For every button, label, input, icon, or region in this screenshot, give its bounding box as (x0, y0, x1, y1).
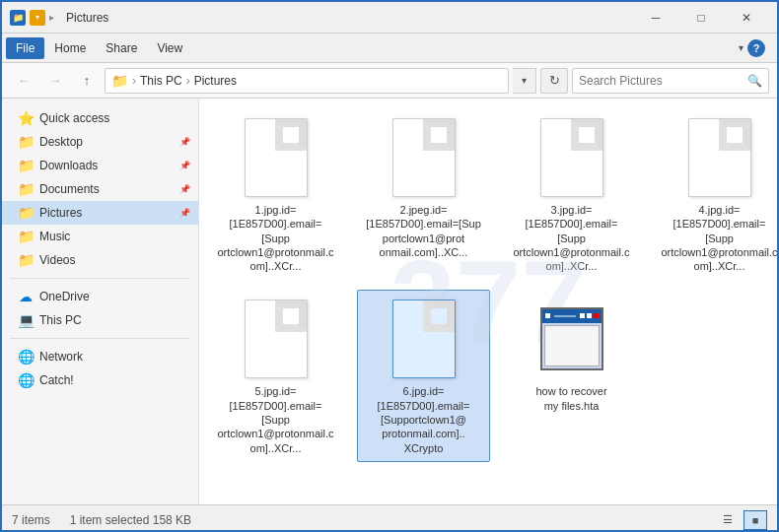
menu-home[interactable]: Home (44, 37, 96, 59)
file-label-5: 5.jpg.id=[1E857D00].email=[Supp ortclown… (216, 384, 335, 454)
sidebar: ⭐ Quick access 📁 Desktop 📌 📁 Downloads 📌… (2, 99, 199, 504)
back-button[interactable]: ← (10, 68, 37, 94)
file-icon-5 (237, 297, 316, 380)
file-page-6 (392, 299, 456, 378)
sidebar-quick-access: ⭐ Quick access (2, 106, 198, 130)
file-page-5 (245, 299, 308, 378)
file-page-1 (245, 118, 308, 197)
view-controls: ☰ ■ (716, 510, 767, 530)
selected-info: 1 item selected 158 KB (70, 513, 191, 527)
file-icon-2 (385, 115, 463, 199)
quick-access-icon: ▾ (30, 10, 45, 26)
item-count: 7 items (12, 513, 50, 527)
path-pictures[interactable]: Pictures (194, 74, 237, 88)
sidebar-item-catch[interactable]: 🌐 Catch! (2, 368, 198, 392)
sidebar-item-videos[interactable]: 📁 Videos (2, 248, 198, 272)
sidebar-documents-label: Documents (39, 182, 100, 196)
menu-bar: File Home Share View ▾ ? (2, 33, 777, 63)
network-icon: 🌐 (18, 349, 34, 365)
address-dropdown[interactable]: ▾ (513, 68, 536, 94)
file-page-2 (392, 118, 456, 197)
sidebar-music-label: Music (39, 230, 70, 243)
sidebar-item-pictures[interactable]: 📁 Pictures 📌 (2, 201, 198, 225)
sidebar-divider-2 (10, 338, 190, 339)
sidebar-item-desktop[interactable]: 📁 Desktop 📌 (2, 130, 198, 154)
menu-share[interactable]: Share (96, 37, 147, 59)
file-item-2[interactable]: 2.jpeg.id=[1E857D00].email=[Sup portclow… (357, 108, 490, 280)
up-button[interactable]: ↑ (73, 68, 101, 94)
pin-icon-pictures: 📌 (179, 208, 190, 218)
sidebar-item-documents[interactable]: 📁 Documents 📌 (2, 177, 198, 201)
file-item-7[interactable]: how to recovermy files.hta (505, 290, 638, 461)
pin-icon-downloads: 📌 (179, 161, 190, 170)
sidebar-videos-label: Videos (39, 253, 75, 267)
file-label-1: 1.jpg.id=[1E857D00].email=[Supp ortclown… (216, 203, 335, 273)
catch-icon: 🌐 (18, 372, 34, 388)
file-area: 277 1.jpg.id=[1E857D00].email=[Supp ortc… (199, 99, 777, 504)
sidebar-item-downloads[interactable]: 📁 Downloads 📌 (2, 154, 198, 177)
minimize-button[interactable]: ─ (633, 2, 678, 33)
menu-help[interactable]: ? (747, 39, 765, 57)
large-icon-view-button[interactable]: ■ (744, 510, 767, 530)
address-bar: ← → ↑ 📁 › This PC › Pictures ▾ ↻ 🔍 (2, 63, 777, 99)
sidebar-item-onedrive[interactable]: ☁ OneDrive (2, 285, 198, 308)
window-title: Pictures (66, 11, 633, 25)
file-page-3 (540, 118, 603, 197)
file-label-3: 3.jpg.id=[1E857D00].email=[Supp ortclown… (512, 203, 631, 273)
sidebar-desktop-label: Desktop (39, 135, 83, 149)
pin-icon-desktop: 📌 (179, 137, 190, 147)
sidebar-downloads-label: Downloads (39, 159, 98, 172)
desktop-folder-icon: 📁 (18, 134, 34, 150)
file-label-4: 4.jpg.id=[1E857D00].email=[Supp ortclown… (660, 203, 777, 273)
sidebar-pictures-label: Pictures (39, 206, 82, 220)
file-item-1[interactable]: 1.jpg.id=[1E857D00].email=[Supp ortclown… (209, 108, 342, 280)
menu-file[interactable]: File (6, 37, 44, 59)
file-icon-1 (237, 115, 316, 199)
file-item-3[interactable]: 3.jpg.id=[1E857D00].email=[Supp ortclown… (505, 108, 638, 280)
star-icon: ⭐ (18, 110, 34, 126)
menu-chevron[interactable]: ▾ (739, 42, 744, 53)
sidebar-network-label: Network (39, 350, 83, 364)
title-bar: 📁 ▾ ▸ Pictures ─ □ ✕ (2, 2, 777, 33)
search-box: 🔍 (572, 68, 769, 94)
file-item-5[interactable]: 5.jpg.id=[1E857D00].email=[Supp ortclown… (209, 290, 342, 461)
file-grid: 1.jpg.id=[1E857D00].email=[Supp ortclown… (209, 108, 767, 462)
file-label-6: 6.jpg.id=[1E857D00].email=[Supportclown1… (378, 384, 470, 454)
file-label-7: how to recovermy files.hta (535, 384, 606, 413)
search-icon: 🔍 (747, 74, 762, 88)
videos-folder-icon: 📁 (18, 252, 34, 268)
path-sep-2: › (186, 74, 190, 88)
hta-titlebar (542, 309, 602, 323)
file-icon-3 (532, 115, 611, 199)
documents-folder-icon: 📁 (18, 181, 34, 197)
file-icon-7 (532, 297, 611, 380)
main-content: ⭐ Quick access 📁 Desktop 📌 📁 Downloads 📌… (2, 99, 777, 504)
menu-view[interactable]: View (147, 37, 192, 59)
sidebar-item-network[interactable]: 🌐 Network (2, 345, 198, 368)
music-folder-icon: 📁 (18, 229, 34, 244)
sidebar-quick-access-label: Quick access (39, 111, 109, 125)
pin-icon-documents: 📌 (179, 184, 190, 194)
file-icon-4 (680, 115, 759, 199)
list-view-button[interactable]: ☰ (716, 510, 740, 530)
sidebar-item-music[interactable]: 📁 Music (2, 225, 198, 248)
search-input[interactable] (579, 74, 744, 88)
address-path: 📁 › This PC › Pictures (105, 68, 509, 94)
file-page-4 (688, 118, 751, 197)
close-button[interactable]: ✕ (724, 2, 769, 33)
refresh-button[interactable]: ↻ (540, 68, 568, 94)
file-item-4[interactable]: 4.jpg.id=[1E857D00].email=[Supp ortclown… (653, 108, 777, 280)
forward-button[interactable]: → (41, 68, 69, 94)
title-bar-icons: 📁 ▾ ▸ (10, 10, 54, 26)
onedrive-icon: ☁ (18, 289, 34, 304)
sidebar-item-this-pc[interactable]: 💻 This PC (2, 308, 198, 332)
maximize-button[interactable]: □ (678, 2, 724, 33)
sidebar-catch-label: Catch! (39, 373, 74, 387)
hta-icon (540, 307, 603, 370)
pin-separator: ▸ (49, 12, 54, 23)
window-controls: ─ □ ✕ (633, 2, 769, 33)
path-sep-1: › (132, 74, 136, 88)
path-this-pc[interactable]: This PC (140, 74, 182, 88)
file-item-6[interactable]: 6.jpg.id=[1E857D00].email=[Supportclown1… (357, 290, 490, 461)
file-label-2: 2.jpeg.id=[1E857D00].email=[Sup portclow… (364, 203, 483, 259)
